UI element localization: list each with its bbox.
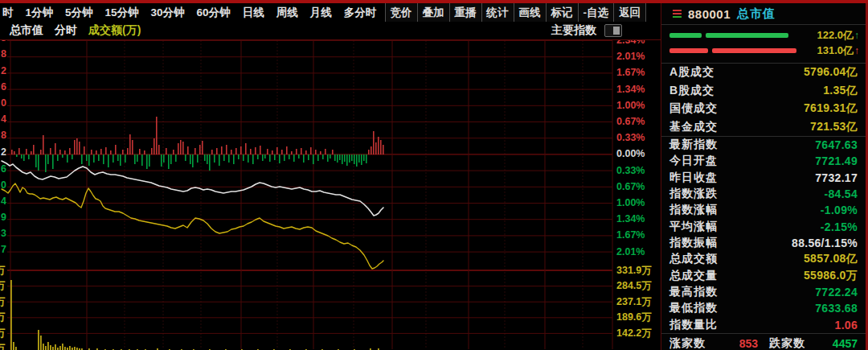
stat-label: 今日开盘 bbox=[669, 154, 718, 168]
stat-row[interactable]: 指数振幅88.56/1.15% bbox=[661, 235, 866, 251]
decline-bar bbox=[72, 154, 73, 159]
advance-bar bbox=[199, 145, 201, 154]
stat-row[interactable]: 指数涨幅-1.09% bbox=[661, 202, 866, 218]
advance-bar bbox=[26, 149, 27, 154]
advance-bar bbox=[105, 147, 107, 154]
decline-bar bbox=[35, 154, 37, 167]
action-button[interactable]: 竞价 bbox=[385, 3, 417, 22]
advance-bar bbox=[325, 149, 326, 154]
panel-header[interactable]: 880001 总市值 bbox=[661, 3, 866, 25]
volume-bar bbox=[69, 346, 71, 350]
chart-tab[interactable]: 分时 bbox=[55, 23, 77, 38]
stat-row[interactable]: 国债成交7619.31亿 bbox=[661, 100, 866, 117]
up-arrow-icon: ↑ bbox=[854, 45, 859, 56]
advance-bar bbox=[79, 142, 80, 154]
advance-bar bbox=[151, 148, 153, 154]
advance-bar bbox=[276, 147, 278, 154]
period-tab[interactable]: 日线 bbox=[243, 6, 264, 20]
stat-row[interactable]: 平均涨幅-2.15% bbox=[661, 219, 866, 235]
advance-bar bbox=[221, 146, 223, 154]
stat-row[interactable]: 指数涨跌-84.54 bbox=[661, 186, 866, 202]
advance-bar bbox=[110, 150, 112, 154]
period-tab[interactable]: 60分钟 bbox=[197, 6, 231, 20]
action-button[interactable]: 画线 bbox=[514, 3, 546, 22]
advance-bar bbox=[255, 147, 256, 154]
stat-label: 指数振幅 bbox=[669, 236, 718, 250]
action-button[interactable]: 叠加 bbox=[417, 3, 449, 22]
stat-row[interactable]: 最新指数7647.63 bbox=[661, 137, 866, 153]
advance-bar bbox=[96, 150, 97, 154]
stat-row[interactable]: 总成交量55986.0万 bbox=[661, 268, 866, 284]
stat-row[interactable]: B股成交1.35亿 bbox=[661, 82, 866, 100]
advance-bar bbox=[100, 149, 102, 154]
period-tab[interactable]: 1分钟 bbox=[26, 6, 54, 20]
advancers-decliners-row: 涨家数 853 跌家数 4457 bbox=[661, 334, 866, 350]
action-button[interactable]: 标记 bbox=[546, 3, 578, 22]
advance-bar bbox=[11, 150, 13, 154]
stat-row[interactable]: A股成交5796.04亿 bbox=[661, 64, 866, 81]
action-button[interactable]: 重播 bbox=[449, 3, 481, 22]
decline-bar bbox=[38, 154, 39, 171]
major-index-toggle[interactable] bbox=[604, 24, 622, 37]
stat-label: 基金成交 bbox=[669, 120, 718, 134]
action-button[interactable]: 统计 bbox=[481, 3, 514, 22]
menu-icon[interactable] bbox=[673, 10, 682, 18]
period-tab[interactable]: 15分钟 bbox=[105, 6, 139, 20]
stock-trading-terminal: 时 1分钟5分钟15分钟30分钟60分钟日线周线月线多分时更多〉 竞价叠加重播统… bbox=[0, 0, 868, 350]
decline-bar bbox=[284, 154, 285, 161]
period-tab[interactable]: 多分时 bbox=[344, 6, 377, 20]
gauge-bar-segment bbox=[712, 48, 796, 53]
decliners-label: 跌家数 bbox=[769, 336, 805, 350]
chart-tab[interactable]: 成交额(万) bbox=[88, 23, 141, 38]
advance-bar bbox=[194, 148, 196, 154]
action-button[interactable]: 返回 bbox=[613, 3, 646, 22]
stat-row[interactable]: 昨日收盘7732.17 bbox=[661, 170, 866, 186]
period-tab[interactable]: 30分钟 bbox=[151, 6, 185, 20]
advance-bar bbox=[231, 150, 232, 154]
advance-bar bbox=[178, 143, 179, 154]
advance-bar bbox=[267, 149, 268, 154]
decline-bar bbox=[363, 154, 365, 161]
decline-bar bbox=[214, 154, 215, 163]
volume-bar bbox=[38, 330, 39, 350]
decline-bar bbox=[45, 154, 47, 172]
stat-value: 7633.68 bbox=[815, 302, 858, 315]
decline-bar bbox=[98, 154, 100, 161]
decline-bar bbox=[103, 154, 104, 164]
decline-bar bbox=[354, 154, 355, 164]
advance-bar bbox=[260, 146, 261, 154]
menu-icon-bar bbox=[673, 13, 682, 14]
decline-bar bbox=[344, 154, 346, 162]
decliners-count: 4457 bbox=[805, 337, 858, 350]
stat-row[interactable]: 总成交额5857.08亿 bbox=[661, 251, 866, 267]
decline-bar bbox=[228, 154, 230, 163]
volume-bar bbox=[52, 347, 54, 350]
volume-bar bbox=[59, 346, 61, 350]
stat-row[interactable]: 今日开盘7721.49 bbox=[661, 153, 866, 169]
stat-value: -1.09% bbox=[821, 204, 858, 216]
advance-bar bbox=[40, 150, 42, 154]
advance-bar bbox=[144, 150, 145, 154]
stat-value: -2.15% bbox=[821, 220, 858, 233]
advance-bar bbox=[50, 148, 51, 154]
period-tab[interactable]: 月线 bbox=[310, 6, 332, 20]
yellow_line bbox=[2, 183, 383, 269]
period-tab-fragment[interactable]: 时 bbox=[2, 6, 14, 20]
stat-row[interactable]: 最高指数7722.24 bbox=[661, 284, 866, 300]
advance-bar bbox=[371, 146, 372, 154]
chart-tab[interactable]: 总市值 bbox=[10, 23, 43, 38]
stat-value: 1.06 bbox=[835, 319, 858, 331]
period-tab[interactable]: 5分钟 bbox=[65, 6, 93, 20]
action-button[interactable]: -自选 bbox=[578, 3, 614, 22]
decline-bar bbox=[125, 154, 126, 163]
decline-bar bbox=[279, 154, 280, 163]
stat-row[interactable]: 指数量比1.06 bbox=[661, 317, 866, 333]
intraday-chart[interactable] bbox=[0, 0, 661, 350]
decline-bar bbox=[361, 154, 362, 165]
decline-bar bbox=[264, 154, 266, 159]
stat-row[interactable]: 最低指数7633.68 bbox=[661, 300, 866, 316]
period-tab[interactable]: 周线 bbox=[276, 6, 298, 20]
gauge-value: 122.0亿 bbox=[817, 28, 854, 43]
stat-row[interactable]: 基金成交721.53亿 bbox=[661, 118, 866, 136]
advance-bar bbox=[14, 151, 15, 154]
